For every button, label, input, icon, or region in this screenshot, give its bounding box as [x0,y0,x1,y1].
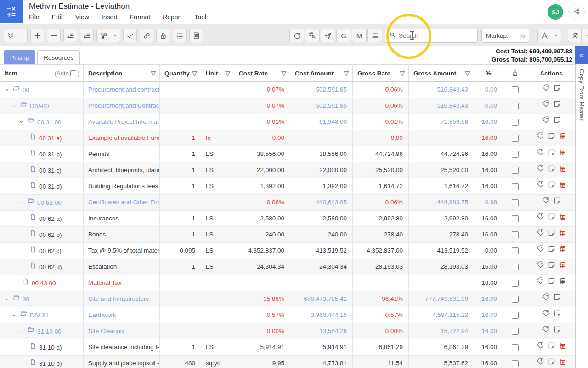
gross-rate-cell[interactable]: 0.06% [353,195,409,210]
table-row[interactable]: 00 31 b)Permits1LS38,556.0038,556.0044,7… [0,146,575,162]
tag-icon[interactable] [541,292,550,307]
percent-cell[interactable]: 16.00 [474,114,503,130]
gross-amount-cell[interactable]: 516,843.43 [409,82,474,98]
table-row[interactable]: 00 31 d)Building Regulations fees1LS1,39… [0,178,575,195]
gross-amount-cell[interactable]: 6,861.29 [409,339,474,355]
item-cell[interactable]: 00 43 00 [0,275,84,291]
quantity-cell[interactable] [160,98,201,114]
lock-checkbox[interactable] [512,280,519,287]
dropdown-chevron-icon[interactable] [17,29,28,42]
menu-item-insert[interactable]: Insert [102,13,118,21]
cost-amount-cell[interactable]: 38,556.00 [290,146,353,162]
gross-amount-cell[interactable] [409,130,474,146]
gross-amount-cell[interactable]: 15,722.94 [409,323,474,339]
cost-rate-cell[interactable]: 95.86% [234,291,290,307]
worksheet-icon[interactable] [559,179,567,194]
lock-checkbox[interactable] [512,199,519,206]
worksheet-icon[interactable] [559,356,567,368]
item-cell[interactable]: 00 62 00 [0,195,84,210]
cost-amount-cell[interactable]: 24,304.34 [290,259,353,275]
gross-amount-cell[interactable]: 44,724.96 [409,146,474,162]
gross-amount-cell[interactable]: 25,520.00 [409,162,474,178]
item-cell[interactable]: 00 62 b) [0,227,84,242]
cost-rate-cell[interactable]: 24,304.34 [234,259,290,275]
note-icon[interactable] [548,243,556,259]
unit-cell[interactable] [201,291,234,307]
share-button[interactable] [568,4,585,20]
table-row[interactable]: 00 62 d)Escalation1LS24,304.3424,304.342… [0,259,575,275]
gross-rate-cell[interactable]: 1,614.72 [353,178,409,194]
worksheet-icon[interactable] [559,340,567,355]
tag-icon[interactable] [541,195,550,210]
percent-cell[interactable]: 0.98 [474,195,503,210]
note-icon[interactable] [548,276,556,291]
tag-icon[interactable] [536,356,544,368]
doc-button[interactable] [189,29,203,42]
quantity-cell[interactable]: 1 [160,339,201,355]
column-header-desc[interactable]: Description▽ [84,65,160,81]
item-cell[interactable]: 00 62 d) [0,259,84,275]
unit-cell[interactable]: LS [201,243,234,259]
tag-icon[interactable] [541,98,550,114]
cost-amount-cell[interactable]: 4,773.81 [290,356,353,368]
gross-amount-cell[interactable]: 71,859.68 [409,114,474,130]
percent-cell[interactable]: 0.00 [474,98,503,114]
quantity-cell[interactable] [160,307,201,323]
unit-cell[interactable]: LS [201,178,234,194]
gross-amount-cell[interactable]: 4,594,115.22 [409,307,474,323]
quantity-cell[interactable] [160,323,201,339]
gross-amount-cell[interactable]: 777,749,591.09 [409,291,474,307]
chevron-down-icon[interactable] [11,103,17,109]
cost-amount-cell[interactable]: 502,591.85 [290,98,353,114]
gross-rate-cell[interactable]: 6,861.29 [353,339,409,355]
percent-cell[interactable]: 16.00 [474,307,503,323]
pdf-button[interactable] [537,29,551,42]
gross-rate-cell[interactable]: 0.06% [353,82,409,98]
unit-cell[interactable] [201,275,234,291]
outdent-button[interactable] [63,29,77,42]
excel-button[interactable] [568,29,582,42]
cost-amount-cell[interactable]: 2,580.00 [290,211,353,226]
tag-icon[interactable] [536,163,544,178]
link-button[interactable] [140,29,153,42]
cost-amount-cell[interactable]: 1,392.00 [290,178,353,194]
note-icon[interactable] [553,308,561,323]
copy-from-master-rail[interactable]: Copy From Master [575,64,588,368]
percent-cell[interactable]: 16.00 [474,339,503,355]
gross-rate-cell[interactable] [353,275,409,291]
column-header-act[interactable]: Actions [527,65,575,81]
unit-cell[interactable]: LS [201,146,234,162]
cost-amount-cell[interactable]: 502,591.85 [290,82,353,98]
table-row[interactable]: 00 62 c)Tax @ 9.5% of total materials0.0… [0,243,575,259]
item-cell[interactable]: 31 10 a) [0,339,84,355]
unit-cell[interactable]: fx [201,130,234,146]
quantity-cell[interactable]: 1 [160,211,201,226]
m-button[interactable]: M [352,29,367,42]
minus-button[interactable] [47,29,61,42]
unit-cell[interactable]: LS [201,259,234,275]
indent-button[interactable] [80,29,94,42]
worksheet-icon[interactable] [559,211,567,226]
lock-checkbox[interactable] [512,247,519,254]
gross-rate-cell[interactable]: 0.01% [353,114,409,130]
note-icon[interactable] [553,82,561,98]
description-cell[interactable]: Site Clearing [84,323,160,339]
table-row[interactable]: 00 62 b)Bonds1LS240.00240.00278.40278.40… [0,227,575,243]
quantity-cell[interactable]: 0.095 [160,243,201,259]
tag-icon[interactable] [536,211,544,226]
unit-cell[interactable]: sq.yd [201,356,234,368]
quantity-cell[interactable]: 1 [160,130,201,146]
table-row[interactable]: 31 10 b)Supply and place topsoil - 100mm… [0,356,575,368]
description-cell[interactable]: Available Project Information [84,114,160,130]
note-icon[interactable] [548,179,556,194]
cost-rate-cell[interactable]: 4,352,837.00 [234,243,290,259]
cost-rate-cell[interactable]: 240.00 [234,227,290,242]
tag-icon[interactable] [541,82,550,98]
column-header-unit[interactable]: Unit▽ [201,65,234,81]
note-icon[interactable] [548,340,556,355]
lock-checkbox[interactable] [512,312,519,319]
gross-rate-cell[interactable]: 4,352,837.00 [353,243,409,259]
select-button[interactable] [305,29,320,42]
description-cell[interactable]: Site and Infrastructure [84,291,160,307]
tag-icon[interactable] [536,259,544,275]
